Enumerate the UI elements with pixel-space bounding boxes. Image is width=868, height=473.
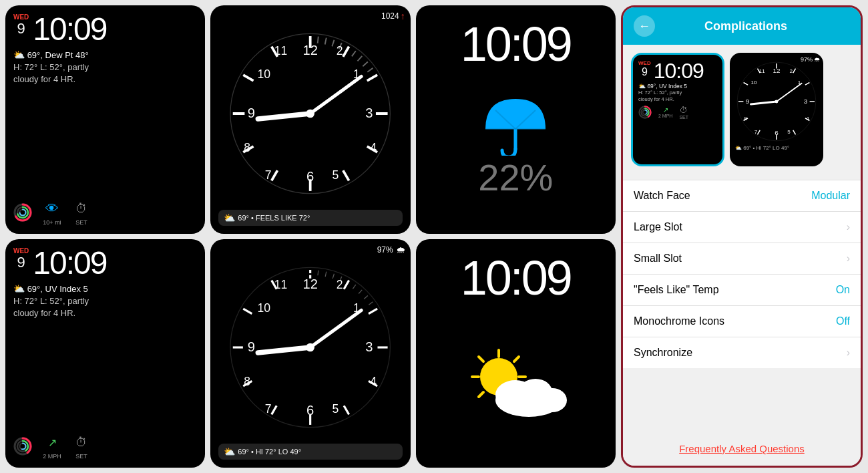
svg-text:8: 8	[244, 375, 251, 388]
preview2-baro-icon: 🌧	[814, 56, 820, 63]
svg-line-96	[479, 392, 483, 397]
watch4-wind-label: 2 MPH	[43, 453, 61, 460]
svg-text:4: 4	[371, 375, 377, 388]
back-icon: ←	[638, 19, 650, 33]
preview1-time: 10:09	[654, 60, 704, 82]
small-slot-label: Small Slot	[634, 253, 682, 265]
watch4-weather-detail: H: 72° L: 52°, partlycloudy for 4 HR.	[13, 295, 197, 319]
svg-text:4: 4	[806, 116, 809, 122]
watch-face-1: WED 9 10:09 ⛅ 69°, Dew Pt 48° H: 72° L: …	[5, 5, 205, 234]
watch-face-2: 1024 ↑	[210, 5, 410, 234]
watch4-time: 10:09	[33, 247, 106, 279]
svg-text:5: 5	[787, 129, 791, 135]
svg-text:9: 9	[248, 106, 255, 120]
settings-header: ← Complications	[623, 7, 861, 45]
svg-line-17	[244, 75, 254, 81]
back-button[interactable]: ←	[634, 15, 655, 37]
svg-line-66	[318, 271, 318, 276]
watch5-weather: 69° • HI 72° LO 49°	[238, 448, 301, 456]
settings-row-feels-like[interactable]: "Feels Like" Temp On	[623, 275, 861, 306]
watch1-date: 9	[17, 21, 25, 37]
watch-face-4: WED 9 10:09 ⛅ 69°, UV Index 5 H: 72° L: …	[5, 239, 205, 468]
watch4-date: 9	[17, 255, 25, 271]
small-slot-chevron: ›	[847, 253, 850, 265]
svg-line-71	[359, 290, 362, 294]
watch-face-3: 10:09 22%	[416, 5, 616, 234]
preview2-baro: 97% 🌧	[801, 56, 820, 63]
svg-text:2: 2	[789, 68, 793, 74]
svg-text:9: 9	[248, 339, 255, 354]
watch4-wind: ↗ 2 MPH	[43, 433, 61, 460]
svg-line-61	[272, 406, 277, 414]
svg-line-70	[353, 285, 356, 289]
settings-row-monochrome[interactable]: Monochrome Icons Off	[623, 306, 861, 337]
svg-line-120	[744, 82, 748, 85]
settings-list: Watch Face Modular Large Slot › Small Sl…	[623, 174, 861, 432]
svg-line-26	[368, 68, 373, 72]
svg-text:2: 2	[337, 278, 343, 291]
watch4-timer: ⏱ SET	[72, 433, 91, 460]
svg-text:3: 3	[366, 339, 373, 354]
watch3-rain-pct: 22%	[478, 156, 553, 199]
preview1-wind-label: 2 MPH	[658, 114, 672, 118]
preview-watch-2[interactable]: 97% 🌧 12	[730, 53, 823, 166]
watch-grid: WED 9 10:09 ⛅ 69°, Dew Pt 48° H: 72° L: …	[5, 5, 616, 468]
svg-line-8	[343, 47, 349, 57]
preview1-wind: ↗ 2 MPH	[658, 106, 672, 118]
settings-row-small-slot[interactable]: Small Slot ›	[623, 243, 861, 275]
preview1-activity	[638, 106, 652, 119]
main-container: WED 9 10:09 ⛅ 69°, Dew Pt 48° H: 72° L: …	[0, 0, 868, 473]
preview1-weather-detail: H: 72° L: 52°, partlycloudy for 4 HR.	[638, 90, 717, 103]
svg-line-68	[333, 274, 334, 279]
svg-line-21	[333, 40, 335, 47]
watch-face-label: Watch Face	[634, 190, 690, 202]
svg-line-12	[343, 170, 349, 180]
svg-text:10: 10	[258, 67, 271, 81]
svg-line-86	[258, 325, 310, 375]
svg-line-20	[325, 38, 327, 45]
feels-like-label: "Feels Like" Temp	[634, 284, 719, 296]
svg-line-23	[352, 51, 356, 56]
watch4-complications: ↗ 2 MPH ⏱ SET	[13, 428, 197, 460]
watch4-timer-label: SET	[75, 453, 87, 460]
svg-text:3: 3	[366, 106, 373, 120]
watch6-time: 10:09	[424, 254, 608, 302]
svg-text:10: 10	[258, 301, 271, 315]
watch5-analog: 12 3 6 9 1 4 5 11 10 8 7 2	[218, 254, 402, 441]
svg-text:2: 2	[337, 44, 343, 57]
watch-face-6: 10:09	[416, 239, 616, 468]
svg-line-56	[369, 309, 377, 314]
svg-text:8: 8	[744, 116, 747, 122]
svg-line-135	[777, 84, 802, 102]
preview2-weather: ⛅ 69° • HI 72° LO 49°	[735, 145, 818, 151]
settings-row-watch-face[interactable]: Watch Face Modular	[623, 180, 861, 212]
preview-watch-1[interactable]: WED 9 10:09 ⛅ 69°, UV Index 5 H: 72° L: …	[631, 53, 724, 166]
svg-text:12: 12	[303, 277, 318, 291]
watch1-timer: ⏱ SET	[72, 199, 91, 226]
watch2-weather: 69° • FEELS LIKE 72°	[238, 214, 310, 222]
watch-face-5: 97% 🌧	[210, 239, 410, 468]
svg-line-112	[805, 82, 809, 85]
svg-text:8: 8	[244, 141, 251, 154]
monochrome-label: Monochrome Icons	[634, 315, 724, 327]
watch1-complications: 👁 10+ mi ⏱ SET	[13, 194, 197, 226]
svg-line-25	[363, 61, 368, 66]
watch1-weather-detail: H: 72° L: 52°, partlycloudy for 4 HR.	[13, 61, 197, 86]
faq-link[interactable]: Frequently Asked Questions	[679, 443, 805, 454]
svg-line-39	[258, 91, 310, 142]
svg-line-55	[344, 281, 349, 289]
watch4-activity	[13, 437, 32, 456]
settings-row-large-slot[interactable]: Large Slot ›	[623, 212, 861, 243]
watch3-time: 10:09	[424, 20, 608, 68]
watch6-icon	[424, 307, 608, 460]
settings-row-synchronize[interactable]: Synchronize ›	[623, 337, 861, 368]
svg-point-88	[306, 343, 315, 352]
svg-text:12: 12	[773, 67, 781, 74]
svg-text:5: 5	[333, 168, 339, 182]
svg-text:6: 6	[775, 129, 779, 136]
preview1-timer: ⏱ SET	[679, 106, 688, 120]
settings-title: Complications	[663, 19, 829, 33]
svg-text:6: 6	[306, 169, 314, 184]
svg-line-94	[479, 357, 483, 361]
svg-point-101	[537, 388, 567, 412]
